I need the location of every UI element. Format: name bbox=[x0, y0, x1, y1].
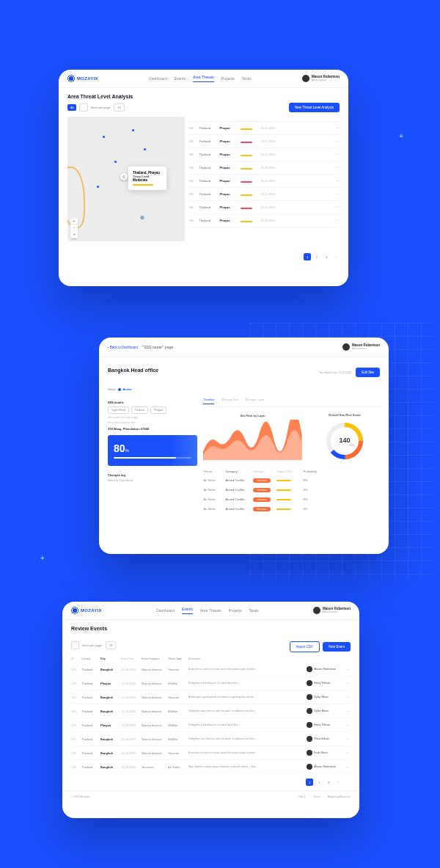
import-csv-button[interactable]: Import CSV bbox=[290, 641, 320, 652]
table-row: Air StrikeArmed ConflictIntrusion8% bbox=[203, 485, 380, 495]
link-terms[interactable]: Terms bbox=[313, 795, 320, 798]
user-menu[interactable]: Mason RobertsonAdministrator bbox=[313, 607, 351, 614]
field-country[interactable]: Thailand bbox=[131, 406, 148, 414]
ipp-select[interactable]: 10 bbox=[114, 103, 124, 112]
status: Status:Active bbox=[108, 387, 131, 391]
page-3[interactable]: 3 bbox=[323, 253, 330, 260]
ring-chart: Overall Site Risk Score 140 /365 bbox=[309, 413, 380, 463]
edit-site-button[interactable]: Edit Site bbox=[356, 368, 380, 377]
table-row[interactable]: 385ThailandPhayao11.25.2019⋯ bbox=[189, 135, 340, 148]
map-tooltip: Thailand, Phayao Threat Level: Moderate bbox=[128, 167, 166, 190]
nav-projects[interactable]: Projects bbox=[221, 75, 235, 82]
nav-projects[interactable]: Projects bbox=[229, 607, 242, 614]
breadcrumb: "SSS name" page bbox=[142, 345, 173, 349]
card-review-events: MOZAYIX Dashboard Events Area Threats Pr… bbox=[62, 602, 359, 818]
page-2[interactable]: 2 bbox=[313, 253, 320, 260]
table-row[interactable]: 119ThailandBangkok11.25.2019Natural dise… bbox=[71, 663, 351, 676]
link-mitigating[interactable]: Mitigating Measures bbox=[328, 795, 351, 798]
table-row[interactable]: 385ThailandPhayao11.25.2019⋯ bbox=[189, 214, 340, 227]
table-row: Air StrikeArmed ConflictIntrusion8% bbox=[203, 504, 380, 514]
table-row[interactable]: 119ThailandPhayao11.25.2019Natural disea… bbox=[71, 718, 351, 732]
tab-timeline[interactable]: Timeline bbox=[203, 398, 214, 404]
table-row[interactable]: 385ThailandPhayao11.25.2019⋯ bbox=[189, 201, 340, 214]
new-event-button[interactable]: New Event bbox=[323, 642, 351, 652]
avatar bbox=[302, 75, 309, 82]
score-gauge: 80% bbox=[108, 435, 197, 466]
logo[interactable]: MOZAYIX bbox=[71, 607, 102, 614]
table-row[interactable]: 385ThailandPhayao11.25.2019⋯ bbox=[189, 188, 340, 201]
svg-text:140: 140 bbox=[339, 437, 350, 444]
table-row[interactable]: 385ThailandPhayao11.25.2019⋯ bbox=[189, 122, 340, 135]
nav-events[interactable]: Events bbox=[175, 75, 186, 82]
filter-all[interactable]: All bbox=[67, 104, 76, 111]
layer-table: ThreatCategoryIntrusionImpact (1/5)Proba… bbox=[203, 467, 380, 514]
table-row[interactable]: 471ThailandBangkok11.25.2019Natural dise… bbox=[71, 732, 351, 746]
nav: Dashboard Events Area Threats Projects T… bbox=[149, 75, 251, 82]
page-title: Review Events bbox=[71, 626, 107, 631]
svg-text:/365: /365 bbox=[350, 444, 355, 447]
table-row[interactable]: 385ThailandPhayao11.25.2019⋯ bbox=[189, 161, 340, 175]
tab-manage-layer[interactable]: Manage Layer bbox=[246, 398, 265, 404]
area-chart: Site Risk by Layer bbox=[203, 414, 302, 463]
new-analysis-button[interactable]: New Threat Level Analysis bbox=[289, 103, 340, 112]
back-link[interactable]: ‹ Back to Dashboard bbox=[108, 346, 138, 349]
ipp-select[interactable]: 10 bbox=[106, 641, 116, 649]
map-pin-icon[interactable]: ⚲ bbox=[120, 173, 128, 180]
table-row: Air StrikeArmed ConflictIntrusion8% bbox=[203, 495, 380, 504]
table-row: Air StrikeArmed ConflictIntrusion8% bbox=[203, 475, 380, 485]
pagination: 1 2 3 › bbox=[59, 249, 348, 265]
card-site-detail: ‹ Back to Dashboard "SSS name" page Maso… bbox=[99, 338, 389, 554]
nav-tasks[interactable]: Tasks bbox=[242, 75, 252, 82]
page-next[interactable]: › bbox=[332, 253, 340, 260]
tab-manage-site[interactable]: Manage Site bbox=[221, 398, 238, 404]
table-row[interactable]: 119ThailandPhayao11.25.2019Natural disea… bbox=[71, 676, 351, 690]
table-row[interactable]: 385ThailandPhayao11.25.2019⋯ bbox=[189, 175, 340, 188]
user-menu[interactable]: Mason RobertsonAdministrator bbox=[342, 343, 380, 351]
logo-icon bbox=[67, 75, 75, 82]
map[interactable]: ⚲ Thailand, Phayao Threat Level: Moderat… bbox=[67, 117, 185, 241]
table-row[interactable]: 119ThailandBangkok11.25.2019Natural dise… bbox=[71, 690, 351, 704]
table-row[interactable]: 119ThailandBangkok11.25.2019Natural dise… bbox=[71, 704, 351, 718]
field-city[interactable]: Phayao bbox=[150, 406, 166, 414]
card-area-threat: MOZAYIX Dashboard Events Area Threats Pr… bbox=[59, 70, 348, 286]
page-1[interactable]: 1 bbox=[304, 253, 311, 260]
user-menu[interactable]: Mason RobertsonAdministrator bbox=[302, 75, 340, 82]
nav-area-threats[interactable]: Area Threats bbox=[193, 75, 214, 82]
nav-events[interactable]: Events bbox=[182, 607, 193, 614]
site-title: Bangkok Head office bbox=[108, 368, 158, 373]
map-zoom[interactable]: +−⌖ bbox=[70, 218, 78, 238]
nav-tasks[interactable]: Tasks bbox=[249, 607, 259, 614]
filter-chip[interactable] bbox=[79, 103, 87, 112]
detail-tabs: Timeline Manage Site Manage Layer bbox=[203, 398, 380, 407]
nav-dashboard[interactable]: Dashboard bbox=[149, 75, 166, 82]
threat-table: 385ThailandPhayao11.25.2019⋯385ThailandP… bbox=[189, 117, 340, 241]
logo[interactable]: MOZAYIX bbox=[67, 75, 98, 82]
avatar bbox=[342, 343, 350, 351]
page-title: Area Threat Level Analysis bbox=[67, 94, 133, 99]
table-row[interactable]: 385ThailandPhayao11.25.2019⋯ bbox=[189, 148, 340, 161]
nav-dashboard[interactable]: Dashboard bbox=[156, 607, 174, 614]
table-row[interactable]: 119ThailandBangkok11.25.2019TerrorismAir… bbox=[71, 760, 351, 774]
link-faq[interactable]: F.A.Q. bbox=[298, 795, 306, 798]
nav-area-threats[interactable]: Area Threats bbox=[200, 607, 221, 614]
copyright: © 2020 Mozayix bbox=[71, 795, 89, 798]
pagination: 1 2 3 › bbox=[71, 774, 351, 790]
table-row[interactable]: 119ThailandBangkok11.25.2019Natural dise… bbox=[71, 746, 351, 760]
field-head[interactable]: Taylor Head bbox=[108, 406, 129, 414]
